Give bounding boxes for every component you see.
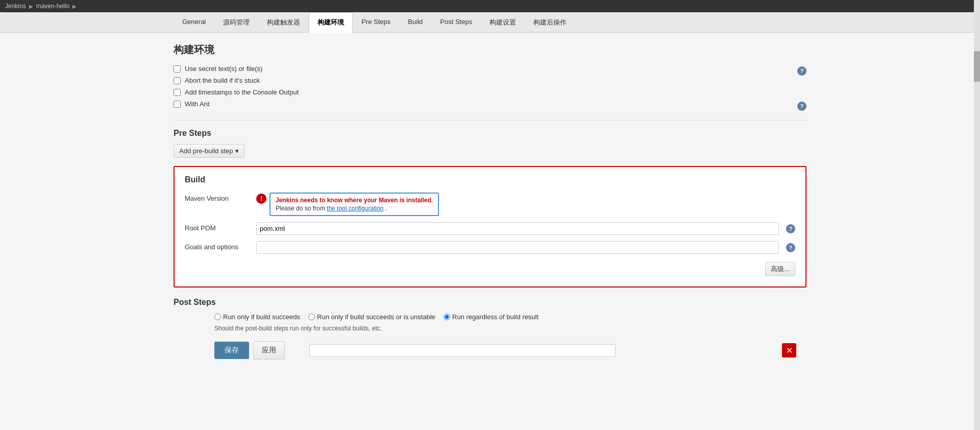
jenkins-link[interactable]: Jenkins — [5, 3, 26, 10]
add-prebuild-button[interactable]: Add pre-build step ▾ — [174, 144, 244, 158]
build-section-title: Build — [185, 175, 795, 184]
option-with-ant-row: With Ant ? — [174, 100, 806, 112]
goals-row: Goals and options ? — [185, 241, 795, 254]
with-ant-checkbox[interactable] — [174, 101, 181, 108]
with-ant-label: With Ant — [185, 100, 209, 108]
add-prebuild-label: Add pre-build step — [179, 147, 233, 155]
post-build-input[interactable] — [309, 344, 616, 357]
goals-help-icon[interactable]: ? — [786, 243, 795, 252]
radio-run-success-input[interactable] — [214, 314, 221, 320]
option-with-ant: With Ant — [174, 100, 209, 108]
maven-error-text: Please do so from — [276, 205, 327, 212]
advanced-button[interactable]: 高级... — [765, 262, 795, 276]
radio-run-unstable-label: Run only if build succeeds or is unstabl… — [317, 313, 435, 321]
maven-error-line2: Please do so from the tool configuration… — [276, 205, 433, 212]
tool-configuration-link[interactable]: the tool configuration — [327, 205, 383, 212]
maven-error-popup: Jenkins needs to know where your Maven i… — [270, 193, 439, 216]
build-environment-title: 构建环境 — [174, 43, 806, 57]
maven-error-end: . — [385, 205, 387, 212]
maven-version-row: Maven Version ! Jenkins needs to know wh… — [185, 193, 795, 216]
post-steps-radio-group: Run only if build succeeds Run only if b… — [174, 313, 806, 321]
abort-build-label: Abort the build if it's stuck — [185, 77, 260, 84]
scrollbar-thumb[interactable] — [974, 51, 980, 82]
maven-version-field: ! Jenkins needs to know where your Maven… — [256, 193, 795, 216]
radio-run-success: Run only if build succeeds — [214, 313, 300, 321]
save-button[interactable]: 保存 — [214, 342, 249, 359]
post-steps-section: Post Steps Run only if build succeeds Ru… — [174, 298, 806, 365]
build-section: Build Maven Version ! Jenkins needs to k… — [174, 166, 806, 288]
breadcrumb-chevron: ▶ — [29, 4, 33, 9]
breadcrumb-chevron2: ▶ — [72, 4, 77, 9]
maven-version-label: Maven Version — [185, 193, 256, 202]
post-steps-title: Post Steps — [174, 298, 806, 307]
option-use-secret-row: Use secret text(s) or file(s) ? — [174, 65, 806, 77]
maven-error-line1: Jenkins needs to know where your Maven i… — [276, 197, 433, 204]
radio-run-unstable-input[interactable] — [308, 314, 315, 320]
tab-general[interactable]: General — [174, 12, 214, 32]
radio-run-always: Run regardless of build result — [444, 313, 538, 321]
radio-run-unstable: Run only if build succeeds or is unstabl… — [308, 313, 435, 321]
tab-environment[interactable]: 构建环境 — [309, 12, 353, 33]
option-with-ant-left: With Ant — [174, 100, 209, 112]
apply-button[interactable]: 应用 — [253, 341, 285, 360]
post-steps-note: Should the post-build steps run only for… — [174, 325, 806, 332]
add-timestamps-label: Add timestamps to the Console Output — [185, 88, 299, 96]
root-pom-row: Root POM ? — [185, 222, 795, 235]
topbar: Jenkins ▶ maven-hello ▶ — [0, 0, 980, 12]
goals-field: ? — [256, 241, 795, 254]
goals-input[interactable] — [256, 241, 779, 254]
goals-label: Goals and options — [185, 241, 256, 251]
root-pom-input[interactable] — [256, 222, 779, 235]
error-icon: ! — [256, 194, 266, 204]
option-use-secret: Use secret text(s) or file(s) — [174, 65, 262, 73]
add-timestamps-checkbox[interactable] — [174, 89, 181, 96]
maven-error-row: ! Jenkins needs to know where your Maven… — [256, 193, 795, 216]
tab-build[interactable]: Build — [399, 12, 431, 32]
tab-postbuildops[interactable]: 构建后操作 — [525, 12, 575, 32]
radio-run-always-input[interactable] — [444, 314, 450, 320]
main-content: General 源码管理 构建触发器 构建环境 Pre Steps Build … — [0, 12, 980, 430]
abort-build-checkbox[interactable] — [174, 77, 181, 84]
use-secret-label: Use secret text(s) or file(s) — [185, 65, 262, 73]
tab-presteps[interactable]: Pre Steps — [353, 12, 399, 32]
root-pom-label: Root POM — [185, 222, 256, 232]
option-timestamps: Add timestamps to the Console Output — [174, 88, 806, 96]
option-use-secret-left: Use secret text(s) or file(s) — [174, 65, 262, 77]
pre-steps-title: Pre Steps — [174, 129, 806, 138]
add-prebuild-dropdown-icon: ▾ — [235, 147, 239, 155]
bottom-bar: 保存 应用 ✕ — [174, 336, 806, 365]
tab-poststeps[interactable]: Post Steps — [431, 12, 481, 32]
with-ant-help-icon[interactable]: ? — [797, 102, 806, 111]
tab-source[interactable]: 源码管理 — [214, 12, 258, 32]
option-abort-build: Abort the build if it's stuck — [174, 77, 806, 84]
close-button[interactable]: ✕ — [782, 343, 796, 357]
tab-bar: General 源码管理 构建触发器 构建环境 Pre Steps Build … — [0, 12, 980, 33]
scrollbar-track — [974, 0, 980, 430]
tab-settings[interactable]: 构建设置 — [481, 12, 525, 32]
root-pom-field: ? — [256, 222, 795, 235]
use-secret-help-icon[interactable]: ? — [797, 66, 806, 76]
section-divider-1 — [174, 120, 806, 121]
advanced-btn-container: 高级... — [185, 260, 795, 276]
page-body: 构建环境 Use secret text(s) or file(s) ? Abo… — [0, 33, 980, 430]
use-secret-checkbox[interactable] — [174, 65, 181, 73]
root-pom-help-icon[interactable]: ? — [786, 224, 795, 233]
tab-triggers[interactable]: 构建触发器 — [258, 12, 309, 32]
radio-run-always-label: Run regardless of build result — [452, 313, 538, 321]
radio-run-success-label: Run only if build succeeds — [223, 313, 300, 321]
project-link[interactable]: maven-hello — [36, 3, 69, 10]
